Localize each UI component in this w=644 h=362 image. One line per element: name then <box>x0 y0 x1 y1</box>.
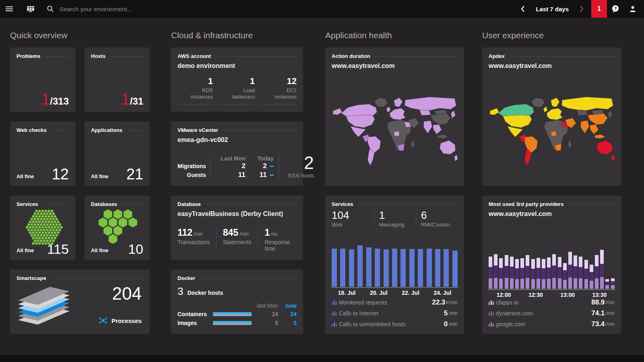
bar-chart-icon <box>489 311 496 316</box>
tile-vmware-vcenter[interactable]: VMware vCenter emea-gdn-vc002 Last Mon T… <box>171 121 303 186</box>
esxi-hosts-stat: 2 ESXi hosts <box>279 153 314 179</box>
problems-badge[interactable]: 1 <box>591 0 607 18</box>
hosts-total: /31 <box>130 97 143 106</box>
row-label-guests: Guests <box>178 172 210 178</box>
trend-flat-icon <box>270 175 274 176</box>
services-stats: 104 Web 1 Messaging 6 RMI/Custom <box>325 207 464 228</box>
problems-open-count: 1 <box>41 91 50 107</box>
dashboard-icon[interactable] <box>22 0 39 18</box>
docker-hosts-label: Docker hosts <box>187 290 223 296</box>
section-title-quick-overview: Quick overview <box>10 31 67 40</box>
status-text: All fine <box>91 173 108 179</box>
tile-action-duration[interactable]: Action duration www.easytravel.com <box>325 47 464 186</box>
row-label-containers: Containers <box>178 311 213 317</box>
section-title-user-experience: User experience <box>482 31 544 40</box>
aws-environment-name: demo environment <box>171 59 303 70</box>
search-input[interactable] <box>59 5 197 13</box>
chevron-right-icon[interactable] <box>579 5 584 12</box>
services-count: 115 <box>47 242 69 256</box>
action-duration-world-map <box>331 86 458 175</box>
application-name: www.easytravel.com <box>325 59 464 70</box>
bar-chart-icon <box>332 300 339 305</box>
problems-total: /313 <box>50 97 69 106</box>
containers-bar <box>213 312 252 316</box>
tile-databases[interactable]: Databases All fine 10 <box>85 195 150 260</box>
tile-title: VMware vCenter <box>178 127 218 133</box>
aws-stat-load-balancers: 1 Load balancers <box>219 76 255 105</box>
guests-last-mon: 11 <box>210 171 246 179</box>
list-item: Calls to unmonitored hosts 0/min <box>332 320 458 328</box>
tile-title: Services <box>332 201 353 207</box>
db-stat-response-time: 1ms Response time <box>258 228 297 252</box>
providers-list: cfapps.io 88.9/min dynatrace.com 74.1/mi… <box>489 298 615 328</box>
migrations-last-mon: 2 <box>210 162 246 170</box>
tile-applications[interactable]: Applications All fine 21 <box>85 121 150 186</box>
processes-label: Processes <box>111 317 142 324</box>
tile-database[interactable]: Database easyTravelBusiness (Derby Clien… <box>171 195 303 260</box>
applications-count: 21 <box>126 167 143 182</box>
user-experience-column: Apdex www.easytravel.com Most used 3rd p… <box>482 47 621 334</box>
containers-last-mon: 24 <box>255 311 278 317</box>
migrations-today: 2 <box>246 162 274 170</box>
application-name: www.easytravel.com <box>482 59 621 70</box>
databases-count: 10 <box>128 242 143 256</box>
col-header-last-mon: Last Mon <box>210 155 246 162</box>
tile-title: Most used 3rd party providers <box>489 201 564 207</box>
tile-title: Apdex <box>489 53 505 59</box>
tile-apdex[interactable]: Apdex www.easytravel.com <box>482 47 621 186</box>
vcenter-name: emea-gdn-vc002 <box>171 133 303 144</box>
top-navigation-bar: Last 7 days 1 ? <box>0 0 644 18</box>
tile-title: Problems <box>17 53 40 59</box>
docker-table: last Mon now Containers 24 24 Images 5 5 <box>178 302 297 327</box>
services-honeycomb-icon <box>10 209 75 245</box>
containers-now: 24 <box>278 311 297 317</box>
quick-overview-grid: Problems 1 /313 Hosts 1 /31 Web checks A… <box>10 47 150 334</box>
user-icon[interactable] <box>624 0 642 18</box>
bar-chart-icon <box>489 322 496 327</box>
tile-smartscape[interactable]: Smartscape 204 <box>10 269 150 334</box>
databases-honeycomb-icon <box>85 209 150 245</box>
stat-rmi-custom: 6 RMI/Custom <box>416 210 458 228</box>
chart-baseline <box>331 287 458 288</box>
tile-docker[interactable]: Docker 3 Docker hosts last Mon now Conta… <box>171 269 303 334</box>
tile-title: AWS account <box>178 53 211 59</box>
bottom-strip <box>0 355 644 362</box>
providers-stacked-bar-chart <box>489 240 615 289</box>
list-item: dynatrace.com 74.1/min <box>489 309 615 317</box>
stat-messaging: 1 Messaging <box>374 210 416 228</box>
list-item: Calls to Internet 5/min <box>332 309 458 317</box>
search-icon <box>47 5 54 12</box>
tile-aws-account[interactable]: AWS account demo environment 1 RDS insta… <box>171 47 303 112</box>
stat-web: 104 Web <box>332 210 374 228</box>
db-stat-transactions: 112/min Transactions <box>178 228 216 252</box>
menu-icon[interactable] <box>0 0 19 18</box>
list-item: cfapps.io 88.9/min <box>489 298 615 306</box>
app-health-column: Action duration www.easytravel.com Servi… <box>325 47 464 334</box>
tile-web-checks[interactable]: Web checks All fine 12 <box>10 121 75 186</box>
status-text: All fine <box>17 173 34 179</box>
tile-third-party-providers[interactable]: Most used 3rd party providers www.easytr… <box>482 195 621 334</box>
chart-baseline <box>488 289 615 290</box>
tile-title: Action duration <box>332 53 370 59</box>
tile-hosts[interactable]: Hosts 1 /31 <box>85 47 150 112</box>
help-icon[interactable]: ? <box>607 0 624 18</box>
tile-services[interactable]: Services All fine 115 <box>10 195 75 260</box>
tile-problems[interactable]: Problems 1 /313 <box>10 47 75 112</box>
chevron-left-icon[interactable] <box>520 5 525 12</box>
tile-title: Database <box>178 201 201 207</box>
images-bar <box>213 321 252 325</box>
bar-chart-icon <box>332 322 339 327</box>
chart-x-labels: 12:0012:3013:0013:30 <box>488 292 615 298</box>
tile-title: Services <box>17 201 38 207</box>
apdex-world-map <box>488 86 615 175</box>
time-range-selector[interactable]: Last 7 days <box>536 6 569 12</box>
tile-title: Web checks <box>17 127 47 133</box>
trend-flat-icon <box>270 166 274 167</box>
guests-today: 11 <box>246 171 274 179</box>
docker-hosts-count: 3 <box>178 285 183 298</box>
bar-chart-icon <box>332 311 339 316</box>
tile-services-health[interactable]: Services 104 Web 1 Messaging 6 RMI/Custo… <box>325 195 464 334</box>
database-name: easyTravelBusiness (Derby Client) <box>171 207 303 218</box>
smartscape-layers-icon <box>18 286 70 325</box>
row-label-images: Images <box>178 320 213 326</box>
